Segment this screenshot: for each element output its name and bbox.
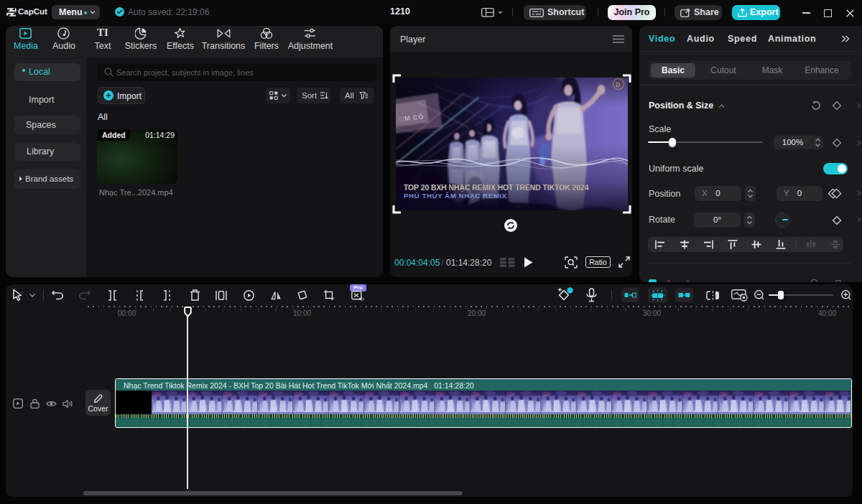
svg-text:D: D [616,81,621,88]
svg-text:PHÙ THỦY ÂM NHẠC REMIX: PHÙ THỦY ÂM NHẠC REMIX [404,192,507,200]
